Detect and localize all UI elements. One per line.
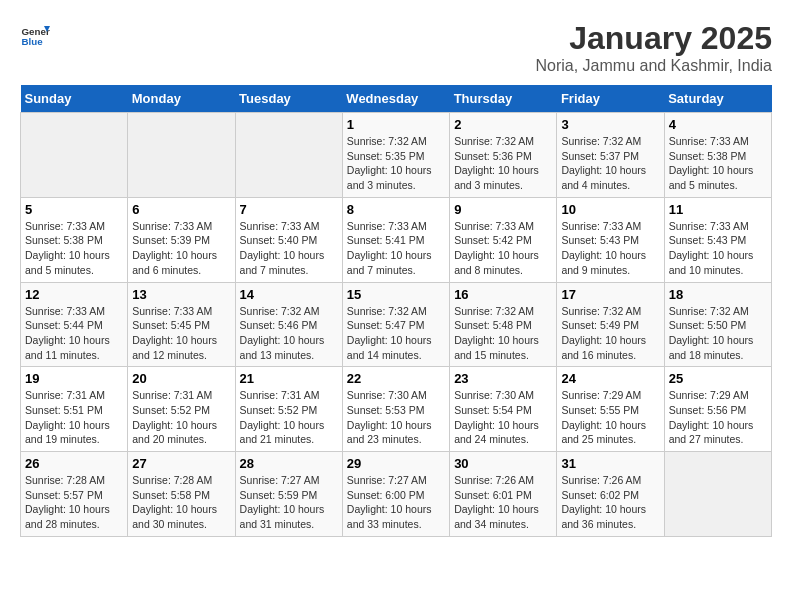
table-row: 17Sunrise: 7:32 AM Sunset: 5:49 PM Dayli… bbox=[557, 282, 664, 367]
table-row: 30Sunrise: 7:26 AM Sunset: 6:01 PM Dayli… bbox=[450, 452, 557, 537]
day-info: Sunrise: 7:33 AM Sunset: 5:40 PM Dayligh… bbox=[240, 219, 338, 278]
day-number: 3 bbox=[561, 117, 659, 132]
table-row: 18Sunrise: 7:32 AM Sunset: 5:50 PM Dayli… bbox=[664, 282, 771, 367]
day-info: Sunrise: 7:31 AM Sunset: 5:52 PM Dayligh… bbox=[132, 388, 230, 447]
table-row: 19Sunrise: 7:31 AM Sunset: 5:51 PM Dayli… bbox=[21, 367, 128, 452]
table-row: 9Sunrise: 7:33 AM Sunset: 5:42 PM Daylig… bbox=[450, 197, 557, 282]
day-number: 31 bbox=[561, 456, 659, 471]
table-row: 8Sunrise: 7:33 AM Sunset: 5:41 PM Daylig… bbox=[342, 197, 449, 282]
title-area: January 2025 Noria, Jammu and Kashmir, I… bbox=[535, 20, 772, 75]
calendar-title: January 2025 bbox=[535, 20, 772, 57]
day-number: 29 bbox=[347, 456, 445, 471]
day-number: 9 bbox=[454, 202, 552, 217]
table-row: 16Sunrise: 7:32 AM Sunset: 5:48 PM Dayli… bbox=[450, 282, 557, 367]
day-number: 18 bbox=[669, 287, 767, 302]
day-info: Sunrise: 7:30 AM Sunset: 5:53 PM Dayligh… bbox=[347, 388, 445, 447]
day-info: Sunrise: 7:33 AM Sunset: 5:42 PM Dayligh… bbox=[454, 219, 552, 278]
day-info: Sunrise: 7:32 AM Sunset: 5:36 PM Dayligh… bbox=[454, 134, 552, 193]
table-row: 1Sunrise: 7:32 AM Sunset: 5:35 PM Daylig… bbox=[342, 113, 449, 198]
table-row: 29Sunrise: 7:27 AM Sunset: 6:00 PM Dayli… bbox=[342, 452, 449, 537]
table-row: 5Sunrise: 7:33 AM Sunset: 5:38 PM Daylig… bbox=[21, 197, 128, 282]
svg-text:Blue: Blue bbox=[22, 36, 44, 47]
table-row: 31Sunrise: 7:26 AM Sunset: 6:02 PM Dayli… bbox=[557, 452, 664, 537]
day-number: 30 bbox=[454, 456, 552, 471]
calendar-week-row: 12Sunrise: 7:33 AM Sunset: 5:44 PM Dayli… bbox=[21, 282, 772, 367]
table-row bbox=[21, 113, 128, 198]
table-row: 2Sunrise: 7:32 AM Sunset: 5:36 PM Daylig… bbox=[450, 113, 557, 198]
day-info: Sunrise: 7:33 AM Sunset: 5:41 PM Dayligh… bbox=[347, 219, 445, 278]
day-info: Sunrise: 7:32 AM Sunset: 5:50 PM Dayligh… bbox=[669, 304, 767, 363]
table-row: 7Sunrise: 7:33 AM Sunset: 5:40 PM Daylig… bbox=[235, 197, 342, 282]
day-number: 26 bbox=[25, 456, 123, 471]
header-friday: Friday bbox=[557, 85, 664, 113]
day-number: 7 bbox=[240, 202, 338, 217]
day-info: Sunrise: 7:28 AM Sunset: 5:58 PM Dayligh… bbox=[132, 473, 230, 532]
day-info: Sunrise: 7:33 AM Sunset: 5:45 PM Dayligh… bbox=[132, 304, 230, 363]
day-number: 27 bbox=[132, 456, 230, 471]
day-number: 1 bbox=[347, 117, 445, 132]
table-row: 27Sunrise: 7:28 AM Sunset: 5:58 PM Dayli… bbox=[128, 452, 235, 537]
day-number: 20 bbox=[132, 371, 230, 386]
day-number: 19 bbox=[25, 371, 123, 386]
table-row: 4Sunrise: 7:33 AM Sunset: 5:38 PM Daylig… bbox=[664, 113, 771, 198]
logo: General Blue bbox=[20, 20, 50, 50]
table-row: 28Sunrise: 7:27 AM Sunset: 5:59 PM Dayli… bbox=[235, 452, 342, 537]
table-row: 6Sunrise: 7:33 AM Sunset: 5:39 PM Daylig… bbox=[128, 197, 235, 282]
table-row: 3Sunrise: 7:32 AM Sunset: 5:37 PM Daylig… bbox=[557, 113, 664, 198]
table-row bbox=[128, 113, 235, 198]
header-thursday: Thursday bbox=[450, 85, 557, 113]
day-info: Sunrise: 7:33 AM Sunset: 5:39 PM Dayligh… bbox=[132, 219, 230, 278]
header: General Blue January 2025 Noria, Jammu a… bbox=[20, 20, 772, 75]
day-number: 11 bbox=[669, 202, 767, 217]
table-row bbox=[664, 452, 771, 537]
header-saturday: Saturday bbox=[664, 85, 771, 113]
day-number: 21 bbox=[240, 371, 338, 386]
header-sunday: Sunday bbox=[21, 85, 128, 113]
day-info: Sunrise: 7:27 AM Sunset: 5:59 PM Dayligh… bbox=[240, 473, 338, 532]
day-info: Sunrise: 7:28 AM Sunset: 5:57 PM Dayligh… bbox=[25, 473, 123, 532]
day-info: Sunrise: 7:32 AM Sunset: 5:48 PM Dayligh… bbox=[454, 304, 552, 363]
table-row: 12Sunrise: 7:33 AM Sunset: 5:44 PM Dayli… bbox=[21, 282, 128, 367]
day-number: 25 bbox=[669, 371, 767, 386]
table-row: 13Sunrise: 7:33 AM Sunset: 5:45 PM Dayli… bbox=[128, 282, 235, 367]
calendar-week-row: 5Sunrise: 7:33 AM Sunset: 5:38 PM Daylig… bbox=[21, 197, 772, 282]
day-info: Sunrise: 7:29 AM Sunset: 5:55 PM Dayligh… bbox=[561, 388, 659, 447]
day-info: Sunrise: 7:31 AM Sunset: 5:51 PM Dayligh… bbox=[25, 388, 123, 447]
header-wednesday: Wednesday bbox=[342, 85, 449, 113]
day-number: 15 bbox=[347, 287, 445, 302]
calendar-week-row: 26Sunrise: 7:28 AM Sunset: 5:57 PM Dayli… bbox=[21, 452, 772, 537]
day-number: 2 bbox=[454, 117, 552, 132]
table-row: 26Sunrise: 7:28 AM Sunset: 5:57 PM Dayli… bbox=[21, 452, 128, 537]
day-number: 5 bbox=[25, 202, 123, 217]
table-row: 11Sunrise: 7:33 AM Sunset: 5:43 PM Dayli… bbox=[664, 197, 771, 282]
calendar-week-row: 1Sunrise: 7:32 AM Sunset: 5:35 PM Daylig… bbox=[21, 113, 772, 198]
day-info: Sunrise: 7:32 AM Sunset: 5:35 PM Dayligh… bbox=[347, 134, 445, 193]
table-row: 20Sunrise: 7:31 AM Sunset: 5:52 PM Dayli… bbox=[128, 367, 235, 452]
day-number: 12 bbox=[25, 287, 123, 302]
calendar-week-row: 19Sunrise: 7:31 AM Sunset: 5:51 PM Dayli… bbox=[21, 367, 772, 452]
day-info: Sunrise: 7:33 AM Sunset: 5:38 PM Dayligh… bbox=[25, 219, 123, 278]
day-number: 8 bbox=[347, 202, 445, 217]
day-info: Sunrise: 7:33 AM Sunset: 5:43 PM Dayligh… bbox=[561, 219, 659, 278]
table-row: 25Sunrise: 7:29 AM Sunset: 5:56 PM Dayli… bbox=[664, 367, 771, 452]
day-number: 24 bbox=[561, 371, 659, 386]
day-info: Sunrise: 7:32 AM Sunset: 5:46 PM Dayligh… bbox=[240, 304, 338, 363]
day-number: 10 bbox=[561, 202, 659, 217]
table-row: 24Sunrise: 7:29 AM Sunset: 5:55 PM Dayli… bbox=[557, 367, 664, 452]
logo-icon: General Blue bbox=[20, 20, 50, 50]
day-info: Sunrise: 7:33 AM Sunset: 5:43 PM Dayligh… bbox=[669, 219, 767, 278]
header-monday: Monday bbox=[128, 85, 235, 113]
table-row: 21Sunrise: 7:31 AM Sunset: 5:52 PM Dayli… bbox=[235, 367, 342, 452]
day-number: 4 bbox=[669, 117, 767, 132]
calendar-table: Sunday Monday Tuesday Wednesday Thursday… bbox=[20, 85, 772, 537]
calendar-subtitle: Noria, Jammu and Kashmir, India bbox=[535, 57, 772, 75]
day-info: Sunrise: 7:32 AM Sunset: 5:49 PM Dayligh… bbox=[561, 304, 659, 363]
day-number: 22 bbox=[347, 371, 445, 386]
day-number: 13 bbox=[132, 287, 230, 302]
day-info: Sunrise: 7:32 AM Sunset: 5:37 PM Dayligh… bbox=[561, 134, 659, 193]
day-info: Sunrise: 7:31 AM Sunset: 5:52 PM Dayligh… bbox=[240, 388, 338, 447]
day-number: 28 bbox=[240, 456, 338, 471]
day-number: 6 bbox=[132, 202, 230, 217]
weekday-header-row: Sunday Monday Tuesday Wednesday Thursday… bbox=[21, 85, 772, 113]
day-info: Sunrise: 7:26 AM Sunset: 6:02 PM Dayligh… bbox=[561, 473, 659, 532]
